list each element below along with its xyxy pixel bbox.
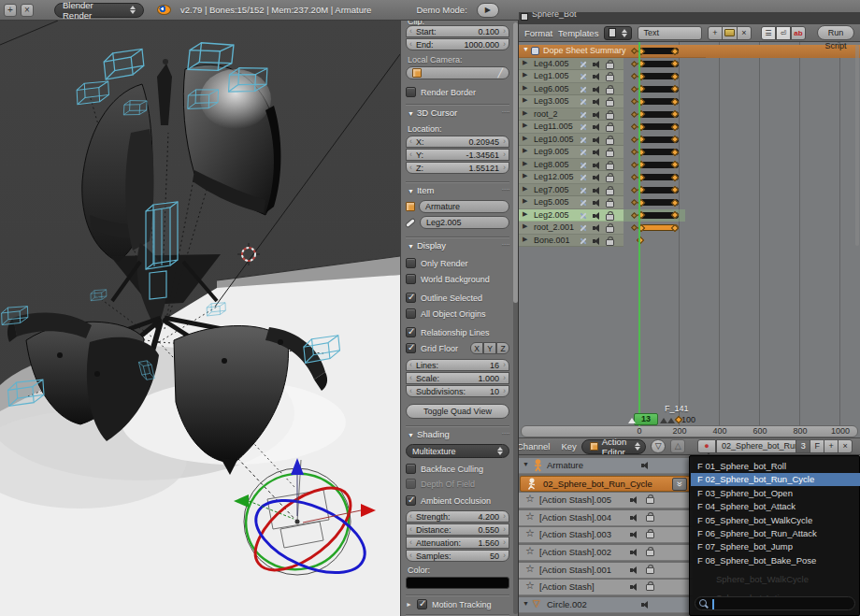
lock-icon[interactable] <box>606 239 614 246</box>
dope-channel-row[interactable]: ▶root_2 <box>519 108 860 122</box>
channel-name-cell[interactable]: ▶Leg5.005 <box>519 196 624 209</box>
marker-triangle[interactable] <box>628 418 636 423</box>
menu-templates[interactable]: Templates <box>558 28 598 38</box>
channel-name-cell[interactable]: ▶Leg4.005 <box>519 58 624 71</box>
world-background-checkbox[interactable] <box>406 274 416 284</box>
mute-speaker-icon[interactable] <box>629 582 638 592</box>
mute-speaker-icon[interactable] <box>592 72 601 81</box>
dope-channel-row[interactable]: ▶Bone.001 <box>519 235 860 248</box>
dope-sheet[interactable]: ▼Dope Sheet Summary▶Leg4.005▶Leg1.005▶Le… <box>519 42 860 437</box>
menu-format[interactable]: Format <box>524 28 552 38</box>
marker-triangle[interactable] <box>667 418 675 423</box>
expand-icon[interactable]: ▶ <box>523 71 527 79</box>
blender-logo-icon[interactable] <box>157 5 171 15</box>
dope-channel-row[interactable]: ▶Leg12.005 <box>519 171 860 184</box>
mute-speaker-icon[interactable] <box>592 148 601 157</box>
text-datablock-name[interactable]: Text <box>638 26 701 40</box>
lock-icon[interactable] <box>646 515 654 522</box>
lock-icon[interactable] <box>646 550 654 556</box>
mute-speaker-icon[interactable] <box>592 198 601 208</box>
lock-icon[interactable] <box>646 532 654 538</box>
mute-speaker-icon[interactable] <box>592 60 601 69</box>
lock-icon[interactable] <box>606 113 614 120</box>
mute-speaker-icon[interactable] <box>592 211 601 221</box>
dropdown-item[interactable]: F 07_Sphere_bot_Jump <box>691 540 860 553</box>
cursor-z-field[interactable]: Z:1.55121 <box>406 162 509 174</box>
modifiers-icon[interactable] <box>579 186 588 195</box>
modifiers-icon[interactable] <box>579 122 588 132</box>
expand-arrow-icon[interactable]: ► <box>406 601 412 608</box>
ao-strength-field[interactable]: Strength:4.200 <box>406 510 509 523</box>
action-channel-row[interactable]: ☆[Action Stash].005 <box>519 493 693 509</box>
lock-icon[interactable] <box>606 138 614 145</box>
collapse-icon[interactable]: ▼ <box>523 600 529 607</box>
dope-channel-row[interactable]: ▶Leg3.005 <box>519 95 860 108</box>
expand-icon[interactable]: ▶ <box>523 236 527 243</box>
expand-icon[interactable]: ▶ <box>523 109 527 117</box>
grid-floor-checkbox[interactable] <box>406 343 416 353</box>
motion-tracking-checkbox[interactable] <box>417 599 427 609</box>
expand-icon[interactable]: ▶ <box>523 96 527 104</box>
dropdown-item[interactable]: F 08_Sphere_bot_Bake_Pose <box>691 554 860 567</box>
render-border-checkbox[interactable] <box>406 87 416 97</box>
expand-icon[interactable]: ▶ <box>523 185 527 193</box>
syntax-highlight-toggle[interactable]: ab <box>791 26 806 40</box>
channel-name-cell[interactable]: ▶Leg8.005 <box>519 159 624 172</box>
dropdown-item[interactable]: F 01_Sphere_bot_Roll <box>691 460 860 473</box>
all-object-origins-checkbox[interactable] <box>406 308 416 319</box>
fake-user-button[interactable]: F <box>810 439 824 453</box>
modifiers-icon[interactable] <box>579 148 588 157</box>
action-users-button[interactable]: 3 <box>796 439 810 453</box>
text-new-button[interactable]: + <box>708 26 723 40</box>
dropdown-item[interactable]: F 06_Sphere_bot_Run_Attack <box>691 527 860 540</box>
ao-distance-field[interactable]: Distance:0.550 <box>406 523 509 536</box>
modifiers-icon[interactable] <box>579 60 588 69</box>
dope-channel-row[interactable]: ▶Leg5.005 <box>519 196 860 209</box>
backface-culling-checkbox[interactable] <box>406 464 416 474</box>
cursor-x-field[interactable]: X:0.20945 <box>406 136 509 148</box>
expand-icon[interactable]: ▶ <box>523 122 527 129</box>
dope-channel-row[interactable]: ▶Leg6.005 <box>519 83 860 96</box>
mute-speaker-icon[interactable] <box>640 461 650 470</box>
dope-channel-row[interactable]: ▶Leg9.005 <box>519 146 860 159</box>
action-channel-row[interactable]: ☆[Action Stash].003 <box>519 527 693 543</box>
dope-channel-row[interactable]: ▶Leg1.005 <box>519 70 860 83</box>
mute-speaker-icon[interactable] <box>629 566 638 575</box>
action-channel-row[interactable]: ☆[Action Stash].002 <box>519 545 693 561</box>
3d-viewport[interactable] <box>0 21 400 616</box>
action-new-button[interactable]: + <box>824 439 838 453</box>
channel-name-cell[interactable]: ▶Leg11.005 <box>519 121 624 134</box>
expand-icon[interactable]: ▶ <box>523 222 527 230</box>
dope-channel-row[interactable]: ▶Leg11.005 <box>519 121 860 134</box>
lock-icon[interactable] <box>646 567 654 574</box>
modifiers-icon[interactable] <box>579 72 588 81</box>
word-wrap-toggle[interactable]: ⏎ <box>776 26 791 40</box>
modifiers-icon[interactable] <box>579 173 588 182</box>
lock-icon[interactable] <box>606 164 614 170</box>
dope-channel-row[interactable]: ▶root_2.001 <box>519 222 860 235</box>
modifiers-icon[interactable] <box>579 223 588 233</box>
color-swatch[interactable] <box>406 577 509 589</box>
current-frame-indicator[interactable]: 13 <box>634 413 658 425</box>
add-editor-button[interactable]: + <box>4 4 17 17</box>
menu-key[interactable]: Key <box>561 441 576 451</box>
channel-name-cell[interactable]: ▶Leg3.005 <box>519 95 624 108</box>
ambient-occlusion-checkbox[interactable] <box>406 495 416 506</box>
dropdown-item[interactable]: F 03_Sphere_bot_Open <box>691 487 860 500</box>
current-frame-line[interactable] <box>638 42 640 426</box>
mute-speaker-icon[interactable] <box>592 110 601 120</box>
expand-icon[interactable]: ▶ <box>523 135 527 142</box>
mute-speaker-icon[interactable] <box>629 548 638 557</box>
clip-end-field[interactable]: End:1000.000 <box>406 38 509 50</box>
lock-icon[interactable] <box>606 100 614 107</box>
lock-icon[interactable] <box>606 201 614 208</box>
cursor-y-field[interactable]: Y:-1.34561 <box>406 149 509 161</box>
cursor-section-header[interactable]: ▼3D Cursor <box>406 107 509 118</box>
lock-icon[interactable] <box>646 497 654 504</box>
expand-icon[interactable]: ▶ <box>523 59 527 66</box>
dope-sheet-scrollbar[interactable] <box>855 45 859 246</box>
modifiers-icon[interactable] <box>579 85 588 94</box>
eyedropper-icon[interactable]: ╱ <box>498 67 503 79</box>
collapse-icon[interactable]: ▼ <box>523 461 529 467</box>
lock-icon[interactable] <box>606 189 614 195</box>
